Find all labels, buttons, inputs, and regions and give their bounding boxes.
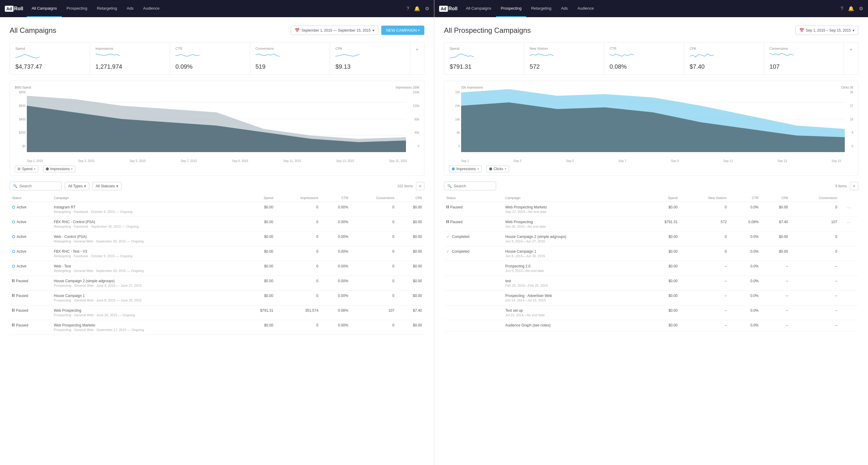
- new-campaign-button[interactable]: NEW CAMPAIGN ▾: [381, 26, 424, 35]
- search-input-left[interactable]: [19, 184, 59, 188]
- cell-impressions: 0: [276, 276, 321, 291]
- all-campaigns-panel: AdRoll All Campaigns Prospecting Retarge…: [0, 0, 434, 465]
- cell-conversions: 0: [350, 276, 397, 291]
- campaign-name[interactable]: House Campaign 1: [54, 294, 238, 298]
- nav-prospecting-right[interactable]: Prospecting: [496, 0, 527, 17]
- more-button[interactable]: ···: [847, 220, 851, 225]
- nav-all-campaigns-right[interactable]: All Campaigns: [461, 0, 496, 17]
- all-statuses-dropdown[interactable]: All Statuses ▾: [92, 182, 121, 190]
- metrics-row-left: Spend $4,737.47 Impressions 1,271,974 CT…: [10, 42, 424, 75]
- legend-impressions[interactable]: Impressions ▾: [43, 166, 76, 172]
- add-metric-button-right[interactable]: +: [844, 42, 858, 57]
- campaign-name[interactable]: test: [505, 279, 640, 283]
- bell-icon[interactable]: 🔔: [414, 6, 420, 11]
- pause-icon: [12, 323, 14, 327]
- nav-audience-right[interactable]: Audience: [572, 0, 598, 17]
- date-range-left: September 1, 2015 — September 15, 2015: [301, 28, 370, 33]
- cell-visitors: 0: [680, 246, 729, 261]
- legend-impressions-right[interactable]: Impressions ▾: [449, 166, 482, 172]
- pause-icon: [446, 220, 449, 224]
- metric-ctr-right: CTR 0.08%: [604, 42, 684, 74]
- cell-cpa: –: [761, 305, 790, 320]
- campaign-name[interactable]: Audience Graph (see notes): [505, 323, 640, 327]
- cell-cpa: –: [761, 276, 790, 291]
- new-campaign-caret: ▾: [418, 29, 420, 32]
- spend-legend-caret: ▾: [34, 167, 36, 170]
- cell-visitors: 0: [680, 232, 729, 246]
- logo-right: AdRoll: [439, 6, 458, 12]
- campaign-name[interactable]: House Campaign 2 (simple adgroups): [54, 279, 238, 283]
- nav-audience[interactable]: Audience: [138, 0, 164, 17]
- date-picker-left[interactable]: 📅 September 1, 2015 — September 15, 2015…: [291, 26, 378, 35]
- nav-all-campaigns[interactable]: All Campaigns: [27, 0, 62, 17]
- page-title-right: All Prospecting Campaigns: [444, 26, 531, 35]
- cell-conversions: 0: [350, 202, 397, 217]
- search-box-right[interactable]: 🔍: [444, 181, 496, 190]
- campaign-sub: Retargeting · General Web · September 29…: [54, 269, 238, 272]
- campaign-name[interactable]: Web Prospecting Marketo: [505, 205, 640, 209]
- cell-cpa: –: [761, 261, 790, 276]
- cell-campaign: House Campaign 2 (simple adgroups) Jun 9…: [503, 232, 642, 246]
- campaign-name[interactable]: Prospecting 2.0: [505, 264, 640, 268]
- campaign-name[interactable]: Web Prospecting: [54, 308, 238, 312]
- item-count-left: 102 items: [397, 184, 413, 188]
- nav-retargeting[interactable]: Retargeting: [92, 0, 122, 17]
- nav-retargeting-right[interactable]: Retargeting: [526, 0, 556, 17]
- add-metric-button[interactable]: +: [410, 42, 424, 57]
- campaign-name[interactable]: Prospecting - Advertiser Web: [505, 294, 640, 298]
- cell-more[interactable]: ···: [840, 217, 858, 232]
- all-statuses-label: All Statuses: [96, 184, 115, 188]
- bell-icon-right[interactable]: 🔔: [848, 6, 854, 11]
- nav-ads[interactable]: Ads: [122, 0, 138, 17]
- campaign-name[interactable]: FBX RHC - Test - V3: [54, 250, 238, 254]
- search-input-right[interactable]: [454, 184, 493, 188]
- calendar-icon-right: 📅: [799, 28, 804, 33]
- settings-icon[interactable]: ⚙: [425, 6, 429, 11]
- cell-more[interactable]: ···: [840, 202, 858, 217]
- campaign-name[interactable]: Instagram RT: [54, 205, 238, 209]
- campaign-name[interactable]: House Campaign 2 (simple adgroups): [505, 235, 640, 239]
- legend-spend[interactable]: Spend ▾: [15, 166, 38, 172]
- logo-left: AdRoll: [5, 6, 23, 12]
- nav-prospecting[interactable]: Prospecting: [62, 0, 92, 17]
- metric-cpa-value-right: $7.40: [689, 63, 758, 70]
- cell-more: [840, 276, 858, 291]
- campaign-name[interactable]: Test set up: [505, 308, 640, 312]
- metric-spend-value: $4,737.47: [16, 63, 84, 70]
- metric-ctr-value: 0.09%: [176, 63, 244, 70]
- all-types-dropdown[interactable]: All Types ▾: [65, 182, 89, 190]
- nav-ads-right[interactable]: Ads: [556, 0, 572, 17]
- settings-icon-right[interactable]: ⚙: [859, 6, 863, 11]
- chart-legend-left: Spend ▾ Impressions ▾: [15, 166, 419, 172]
- add-campaign-button[interactable]: +: [416, 182, 424, 190]
- cell-spend: $0.00: [642, 291, 680, 305]
- campaign-name[interactable]: Web - Test: [54, 264, 238, 268]
- cell-visitors: –: [680, 320, 729, 331]
- campaign-name[interactable]: Web Prospecting Marketo: [54, 323, 238, 327]
- metric-conversions-value: 519: [255, 63, 324, 70]
- more-button[interactable]: ···: [847, 205, 851, 210]
- campaign-name[interactable]: Web Prospecting: [505, 220, 640, 224]
- legend-clicks-right[interactable]: Clicks ▾: [487, 166, 509, 172]
- campaign-name[interactable]: House Campaign 1: [505, 250, 640, 254]
- logo-roll: Roll: [14, 6, 23, 11]
- add-prospecting-button[interactable]: +: [850, 182, 858, 190]
- metric-cpa-label: CPA: [336, 47, 404, 50]
- all-types-label: All Types: [68, 184, 83, 188]
- help-icon[interactable]: ?: [407, 6, 409, 11]
- status-label: Paused: [16, 294, 28, 298]
- campaign-sub: Jun 26, 2015—No end date: [505, 225, 640, 228]
- conversions-sparkline-right: [770, 52, 794, 60]
- cpa-sparkline-right: [689, 52, 714, 60]
- date-picker-right[interactable]: 📅 Sep 1, 2015 – Sep 15, 2015 ▾: [795, 26, 858, 35]
- search-box-left[interactable]: 🔍: [10, 181, 62, 190]
- calendar-icon-left: 📅: [295, 28, 300, 33]
- campaign-name[interactable]: FBX RHC - Control (PSA): [54, 220, 238, 224]
- cell-campaign: FBX RHC - Control (PSA) Retargeting · Fa…: [51, 217, 240, 232]
- campaign-sub: Jul 23, 2014—No end date: [505, 313, 640, 317]
- cell-conversions: 0: [790, 246, 839, 261]
- metric-ctr-label: CTR: [176, 47, 244, 50]
- table-row: Active Web - Control (PSA) Retargeting ·…: [10, 232, 424, 246]
- help-icon-right[interactable]: ?: [841, 6, 843, 11]
- campaign-name[interactable]: Web - Control (PSA): [54, 235, 238, 239]
